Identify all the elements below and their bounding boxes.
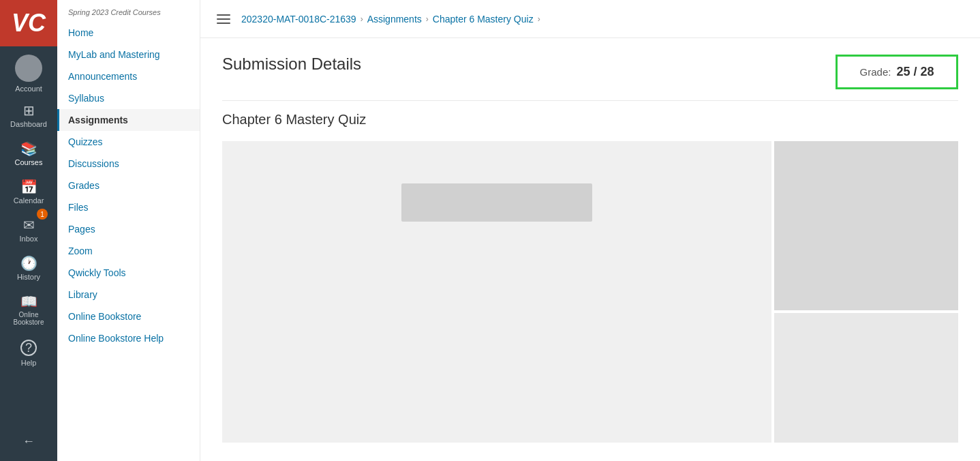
account-label: Account (15, 85, 42, 93)
courses-nav-wrap: 📚 Courses (0, 135, 57, 173)
nav-grades[interactable]: Grades (57, 175, 200, 196)
nav-online-bookstore-help[interactable]: Online Bookstore Help (57, 327, 200, 349)
nav-announcements[interactable]: Announcements (57, 65, 200, 87)
help-icon: ? (20, 340, 37, 356)
nav-zoom[interactable]: Zoom (57, 240, 200, 262)
left-panel (222, 141, 771, 443)
hamburger-button[interactable] (211, 12, 236, 27)
inbox-nav-item[interactable]: ✉ 1 Inbox (0, 211, 57, 250)
main-area: 202320-MAT-0018C-21639 › Assignments › C… (200, 0, 980, 461)
history-nav-item[interactable]: 🕐 History (0, 250, 57, 288)
breadcrumb-quiz[interactable]: Chapter 6 Mastery Quiz (433, 14, 534, 25)
history-label: History (17, 273, 40, 281)
breadcrumb-assignments[interactable]: Assignments (367, 14, 422, 25)
calendar-label: Calendar (14, 196, 44, 205)
grade-value: 25 / 28 (896, 65, 934, 79)
content-header: Submission Details Grade: 25 / 28 (222, 55, 958, 101)
nav-qwickly[interactable]: Qwickly Tools (57, 262, 200, 284)
left-panel-bottom (222, 264, 771, 443)
right-panel-top (774, 141, 958, 310)
course-nav-header: Spring 2023 Credit Courses (57, 0, 200, 22)
history-nav-wrap: 🕐 History (0, 250, 57, 288)
dashboard-icon: ⊞ (23, 104, 35, 117)
inbox-icon: ✉ (23, 218, 35, 232)
nav-library[interactable]: Library (57, 284, 200, 306)
nav-online-bookstore[interactable]: Online Bookstore (57, 306, 200, 327)
nav-discussions[interactable]: Discussions (57, 153, 200, 175)
breadcrumb-course[interactable]: 202320-MAT-0018C-21639 (241, 14, 356, 25)
hamburger-line-2 (217, 18, 230, 20)
right-panel (774, 141, 958, 443)
collapse-nav-button[interactable]: ← (0, 428, 57, 456)
breadcrumb: 202320-MAT-0018C-21639 › Assignments › C… (241, 14, 540, 25)
calendar-nav-wrap: 📅 Calendar (0, 173, 57, 211)
inbox-label: Inbox (20, 235, 38, 243)
nav-mylab[interactable]: MyLab and Mastering (57, 44, 200, 65)
hamburger-line-3 (217, 23, 230, 24)
courses-icon: 📚 (20, 142, 37, 155)
collapse-icon: ← (22, 434, 35, 449)
breadcrumb-sep-2: › (426, 14, 429, 24)
nav-home[interactable]: Home (57, 22, 200, 44)
dashboard-label: Dashboard (10, 120, 47, 128)
help-label: Help (21, 359, 37, 367)
nav-files[interactable]: Files (57, 196, 200, 218)
help-nav-wrap: ? Help (0, 333, 57, 374)
calendar-nav-item[interactable]: 📅 Calendar (0, 173, 57, 211)
avatar (15, 55, 42, 82)
bookstore-icon: 📖 (20, 295, 37, 308)
bookstore-nav-item[interactable]: 📖 Online Bookstore (0, 288, 57, 333)
topbar: 202320-MAT-0018C-21639 › Assignments › C… (200, 0, 980, 38)
bookstore-nav-wrap: 📖 Online Bookstore (0, 288, 57, 333)
quiz-title: Chapter 6 Mastery Quiz (222, 112, 958, 128)
inbox-badge: 1 (37, 209, 48, 220)
app-logo[interactable]: VC (0, 0, 57, 46)
blurred-content (401, 183, 592, 222)
nav-assignments[interactable]: Assignments (57, 109, 200, 131)
left-panel-top (222, 141, 771, 264)
nav-syllabus[interactable]: Syllabus (57, 87, 200, 109)
help-nav-item[interactable]: ? Help (0, 333, 57, 374)
dashboard-nav-item[interactable]: ⊞ Dashboard (0, 97, 57, 135)
breadcrumb-sep-1: › (361, 14, 363, 24)
bookstore-label: Online Bookstore (3, 311, 55, 326)
nav-pages[interactable]: Pages (57, 218, 200, 240)
right-panel-bottom (774, 313, 958, 443)
account-nav-item[interactable]: Account (12, 46, 45, 97)
grade-box: Grade: 25 / 28 (836, 55, 958, 89)
content-panels (222, 141, 958, 443)
dashboard-nav-wrap: ⊞ Dashboard (0, 97, 57, 135)
calendar-icon: 📅 (20, 180, 37, 194)
inbox-nav-wrap: ✉ 1 Inbox (0, 211, 57, 250)
courses-nav-item[interactable]: 📚 Courses (0, 135, 57, 173)
nav-bottom: ← (0, 428, 57, 461)
grade-label: Grade: (860, 66, 891, 78)
global-nav: VC Account ⊞ Dashboard 📚 Courses 📅 Calen… (0, 0, 57, 461)
courses-label: Courses (15, 158, 43, 166)
nav-quizzes[interactable]: Quizzes (57, 131, 200, 153)
logo-text: VC (12, 11, 46, 35)
history-icon: 🕐 (20, 256, 37, 270)
hamburger-line-1 (217, 14, 230, 16)
content-area: Submission Details Grade: 25 / 28 Chapte… (200, 38, 980, 461)
breadcrumb-sep-3: › (538, 14, 540, 24)
page-title: Submission Details (222, 55, 361, 74)
course-nav: Spring 2023 Credit Courses Home MyLab an… (57, 0, 200, 461)
